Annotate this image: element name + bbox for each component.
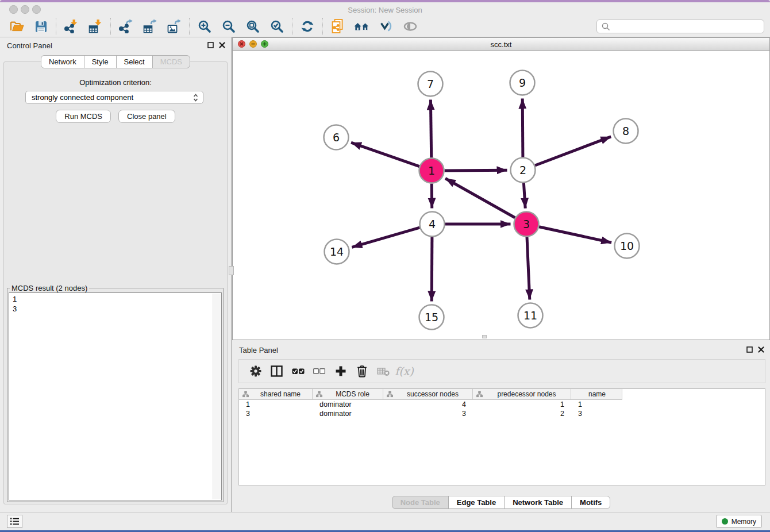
table-cell[interactable]: 4 <box>383 400 473 408</box>
control-panel-tab-mcds[interactable]: MCDS <box>152 55 190 68</box>
control-panel-tab-select[interactable]: Select <box>116 55 153 68</box>
table-cell[interactable]: 2 <box>473 410 571 418</box>
graph-node-3[interactable]: 3 <box>514 212 539 237</box>
graph-edge-1-7[interactable] <box>430 100 431 158</box>
table-panel-tab-network-table[interactable]: Network Table <box>504 496 572 509</box>
close-panel-icon[interactable] <box>219 42 225 48</box>
node-table: shared name MCDS role successor nodes pr… <box>238 388 765 485</box>
optimization-criterion-select[interactable]: strongly connected component <box>25 91 203 104</box>
float-panel-icon[interactable] <box>746 346 753 353</box>
close-panel-button[interactable]: Close panel <box>118 110 175 123</box>
table-cell[interactable]: 1 <box>571 400 622 408</box>
graph-node-9[interactable]: 9 <box>510 71 535 95</box>
result-scrollbar[interactable] <box>213 294 221 499</box>
table-cell[interactable]: 1 <box>239 400 313 408</box>
zoom-selected-button[interactable] <box>269 18 285 35</box>
table-panel-tab-edge-table[interactable]: Edge Table <box>448 496 505 509</box>
graph-node-10[interactable]: 10 <box>615 234 640 259</box>
table-row[interactable]: 3dominator323 <box>239 409 765 418</box>
zoom-in-button[interactable] <box>197 18 213 35</box>
graph-edge-1-6[interactable] <box>351 142 419 167</box>
zoom-fit-icon <box>246 20 260 33</box>
table-panel: Table Panel <box>232 342 770 512</box>
create-column-button[interactable] <box>330 365 351 377</box>
graph-edge-2-8[interactable] <box>535 137 611 165</box>
float-panel-icon[interactable] <box>207 42 214 48</box>
graph-node-15[interactable]: 15 <box>419 305 444 330</box>
delete-columns-button[interactable] <box>351 365 372 377</box>
home-button[interactable] <box>354 18 370 35</box>
graph-node-8[interactable]: 8 <box>614 119 638 144</box>
graph-edge-1-2[interactable] <box>445 170 507 171</box>
import-network-button[interactable] <box>63 18 79 35</box>
column-header-label: shared name <box>251 390 310 398</box>
open-session-button[interactable] <box>9 18 25 35</box>
canvas-resize-handle[interactable] <box>482 335 487 338</box>
apply-preferred-layout-button[interactable] <box>299 18 315 35</box>
search-input[interactable] <box>613 21 764 32</box>
table-cell[interactable]: 3 <box>239 410 313 418</box>
memory-button[interactable]: Memory <box>716 515 762 528</box>
table-panel-tab-motifs[interactable]: Motifs <box>571 496 610 509</box>
export-table-button[interactable] <box>142 18 158 35</box>
zoom-out-button[interactable] <box>221 18 237 35</box>
column-header-mcds-role[interactable]: MCDS role <box>313 389 383 400</box>
delete-table-icon <box>377 366 390 376</box>
trash-icon <box>356 365 368 377</box>
task-history-button[interactable] <box>7 515 22 528</box>
select-all-columns-button[interactable] <box>287 368 309 375</box>
table-panel-tab-node-table[interactable]: Node Table <box>392 496 449 509</box>
node-label: 8 <box>622 125 629 137</box>
graph-node-1[interactable]: 1 <box>419 159 444 183</box>
panel-divider-handle[interactable] <box>229 266 234 275</box>
new-network-document-icon <box>331 19 345 34</box>
zoom-fit-button[interactable] <box>245 18 261 35</box>
graph-edge-3-1[interactable] <box>445 179 515 218</box>
graph-node-14[interactable]: 14 <box>325 240 349 264</box>
graph-node-7[interactable]: 7 <box>418 72 443 97</box>
graph-edge-2-3[interactable] <box>523 183 525 209</box>
attribute-tree-icon <box>242 391 249 398</box>
column-header-successor-nodes[interactable]: successor nodes <box>383 389 473 400</box>
hide-selected-button[interactable] <box>378 18 394 35</box>
save-session-button[interactable] <box>33 18 49 35</box>
network-canvas[interactable]: 1234678910111415 <box>233 51 769 340</box>
close-panel-icon[interactable] <box>758 346 764 353</box>
new-network-from-selection-button[interactable] <box>330 18 346 35</box>
graph-node-6[interactable]: 6 <box>324 125 349 150</box>
export-image-button[interactable] <box>166 18 182 35</box>
column-header-predecessor-nodes[interactable]: predecessor nodes <box>473 389 571 400</box>
import-table-button[interactable] <box>87 18 103 35</box>
mcds-result-list[interactable]: 13 <box>9 292 222 500</box>
show-column-button[interactable] <box>266 365 287 377</box>
delete-table-button <box>372 366 394 376</box>
graph-node-2[interactable]: 2 <box>511 158 536 183</box>
graph-edge-3-11[interactable] <box>527 237 530 300</box>
graph-node-4[interactable]: 4 <box>420 212 445 237</box>
control-panel-tab-style[interactable]: Style <box>84 55 117 68</box>
table-cell[interactable]: 1 <box>473 400 571 408</box>
table-cell[interactable]: 3 <box>383 410 473 418</box>
column-header-name[interactable]: name <box>571 389 622 400</box>
graph-node-11[interactable]: 11 <box>518 303 543 328</box>
graph-edge-3-10[interactable] <box>539 227 611 242</box>
table-cell[interactable]: dominator <box>313 410 383 418</box>
table-row[interactable]: 1dominator411 <box>239 400 765 409</box>
unselect-all-columns-button[interactable] <box>309 368 330 374</box>
table-cell[interactable]: 3 <box>571 410 622 418</box>
control-panel: Control Panel NetworkStyleSelectMCDS Opt… <box>0 37 232 512</box>
graph-edge-4-15[interactable] <box>432 237 432 302</box>
graph-edge-2-9[interactable] <box>522 99 523 157</box>
export-network-button[interactable] <box>118 18 134 35</box>
graph-edge-4-14[interactable] <box>352 228 419 247</box>
control-panel-tabs: NetworkStyleSelectMCDS <box>0 55 231 68</box>
run-mcds-button[interactable]: Run MCDS <box>56 110 111 123</box>
control-panel-tab-network[interactable]: Network <box>41 55 84 68</box>
node-label: 9 <box>519 76 526 89</box>
column-header-shared-name[interactable]: shared name <box>239 389 313 400</box>
table-settings-button[interactable] <box>245 365 266 377</box>
table-cell[interactable]: dominator <box>313 400 383 408</box>
zoom-out-icon <box>222 20 236 33</box>
show-all-eye-icon <box>403 21 418 32</box>
graph-edge-1-4[interactable] <box>432 184 432 209</box>
